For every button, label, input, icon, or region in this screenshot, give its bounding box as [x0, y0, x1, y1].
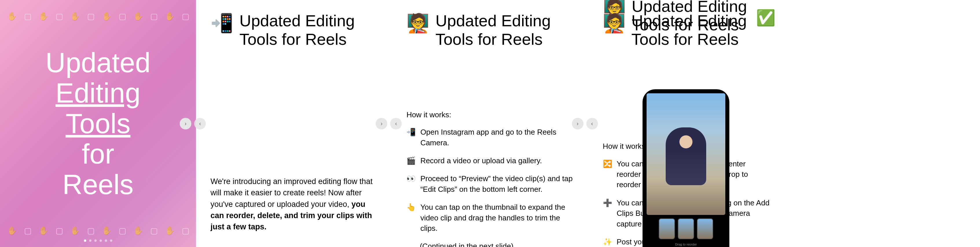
tap-emoji-icon: 👆 [406, 202, 415, 233]
cover-line1: Updated [45, 48, 151, 78]
hand-icon: ✋ [133, 11, 143, 21]
camera-icon: ▢ [56, 11, 63, 21]
camera-icon: ▢ [56, 226, 63, 236]
chevron-left-icon: ‹ [395, 120, 397, 127]
slide-how-it-works-1: › ‹ 🧑‍🏫 Updated Editing Tools for Reels … [392, 0, 588, 247]
step-text: Proceed to “Preview” the video clip(s) a… [420, 173, 573, 195]
page-dot[interactable] [89, 239, 91, 242]
cover-title: Updated Editing Tools for Reels [45, 48, 151, 200]
heading-text: Updated Editing Tools for Reels [435, 11, 573, 49]
prev-button[interactable]: ‹ [194, 118, 206, 130]
step-item: 📲Open Instagram app and go to the Reels … [406, 127, 573, 148]
camera-icon: ▢ [182, 11, 189, 21]
clapper-emoji-icon: 🎬 [406, 155, 415, 166]
phone-emoji-icon: 📲 [406, 127, 415, 148]
camera-icon: ▢ [182, 226, 189, 236]
clip-thumb[interactable] [697, 218, 713, 239]
phone-emoji-icon: 📲 [210, 14, 234, 32]
heading-text: Updated Editing Tools for Reels [632, 11, 770, 49]
phone-screen [647, 93, 725, 215]
hand-icon: ✋ [102, 226, 112, 236]
hand-icon: ✋ [165, 11, 175, 21]
drag-hint-label: Drag to reorder [647, 242, 725, 247]
video-preview [666, 127, 706, 185]
prev-button[interactable]: ‹ [586, 118, 598, 130]
nav-arrows: › ‹ [375, 118, 402, 130]
step-item: 👆You can tap on the thumbnail to expand … [406, 202, 573, 233]
slide-phone-demo: › ‹ ✅ 🧑‍🏫 Updated Editing Tools for Reel… [588, 0, 784, 247]
cover-line3: for Reels [45, 139, 151, 200]
clip-thumbnails [647, 215, 725, 242]
slide-heading: 📲 Updated Editing Tools for Reels [210, 11, 377, 49]
prev-button[interactable]: ‹ [390, 118, 402, 130]
page-dot[interactable] [110, 239, 112, 242]
next-button[interactable]: › [375, 118, 387, 130]
chevron-right-icon: › [380, 120, 383, 127]
teacher-emoji-icon: 🧑‍🏫 [603, 14, 626, 32]
nav-arrows: › ‹ [180, 118, 206, 130]
hand-icon: ✋ [7, 226, 17, 236]
chevron-left-icon: ‹ [591, 120, 593, 127]
slide-cover: ✋ ▢ ✋ ▢ ✋ ▢ ✋ ▢ ✋ ▢ ✋ ▢ Updated Editing … [0, 0, 196, 247]
slide-heading: 🧑‍🏫 Updated Editing Tools for Reels [406, 11, 573, 49]
clip-thumb[interactable] [678, 218, 694, 239]
hand-icon: ✋ [38, 11, 49, 21]
chevron-right-icon: › [576, 120, 579, 127]
intro-paragraph: We're introducing an improved editing fl… [210, 176, 377, 233]
slide-intro: › ‹ 📲 Updated Editing Tools for Reels We… [196, 0, 392, 247]
camera-icon: ▢ [24, 11, 32, 21]
camera-icon: ▢ [119, 11, 126, 21]
chevron-right-icon: › [185, 120, 187, 127]
step-list: 📲Open Instagram app and go to the Reels … [406, 127, 573, 233]
icon-row-top: ✋ ▢ ✋ ▢ ✋ ▢ ✋ ▢ ✋ ▢ ✋ ▢ [7, 11, 189, 21]
hand-icon: ✋ [133, 226, 143, 236]
step-item: 🎬Record a video or upload via gallery. [406, 155, 573, 166]
step-text: Record a video or upload via gallery. [420, 155, 542, 166]
chevron-left-icon: ‹ [199, 120, 201, 127]
next-button[interactable]: › [572, 118, 584, 130]
page-dots [84, 239, 112, 242]
heading-text: Updated Editing Tools for Reels [239, 11, 377, 49]
intro-plain: We're introducing an improved editing fl… [210, 177, 372, 208]
phone-mockup: Drag to reorder Done [603, 89, 770, 247]
hand-icon: ✋ [165, 226, 175, 236]
continued-note: (Continued in the next slide) [406, 241, 573, 247]
step-text: You can tap on the thumbnail to expand t… [420, 202, 573, 233]
cover-line2: Editing Tools [45, 78, 151, 139]
step-item: 👀Proceed to “Preview” the video clip(s) … [406, 173, 573, 195]
teacher-emoji-icon: 🧑‍🏫 [406, 14, 430, 32]
eyes-emoji-icon: 👀 [406, 173, 415, 195]
page-dot[interactable] [100, 239, 102, 242]
next-button[interactable]: › [180, 118, 191, 130]
hand-icon: ✋ [7, 11, 17, 21]
icon-row-bottom: ✋ ▢ ✋ ▢ ✋ ▢ ✋ ▢ ✋ ▢ ✋ ▢ [7, 226, 189, 236]
hand-icon: ✋ [102, 11, 112, 21]
slide-heading: 🧑‍🏫 Updated Editing Tools for Reels [603, 11, 770, 49]
camera-icon: ▢ [150, 226, 158, 236]
check-icon: ✅ [756, 9, 775, 27]
camera-icon: ▢ [87, 226, 95, 236]
phone-frame: Drag to reorder Done [643, 89, 729, 247]
camera-icon: ▢ [24, 226, 32, 236]
steps-title: How it works: [406, 109, 573, 120]
camera-icon: ▢ [150, 11, 158, 21]
hand-icon: ✋ [70, 11, 80, 21]
steps-block: How it works: 📲Open Instagram app and go… [406, 109, 573, 247]
clip-thumb[interactable] [659, 218, 675, 239]
step-text: Open Instagram app and go to the Reels C… [420, 127, 573, 148]
camera-icon: ▢ [87, 11, 95, 21]
page-dot[interactable] [94, 239, 97, 242]
hand-icon: ✋ [70, 226, 80, 236]
slide-how-it-works-2: › ‹ 🧑‍🏫 Updated Editing Tools for Reels … [588, 0, 784, 247]
camera-icon: ▢ [119, 226, 126, 236]
page-dot[interactable] [105, 239, 107, 242]
nav-arrows: › ‹ [572, 118, 598, 130]
page-dot[interactable] [84, 239, 86, 242]
hand-icon: ✋ [38, 226, 49, 236]
